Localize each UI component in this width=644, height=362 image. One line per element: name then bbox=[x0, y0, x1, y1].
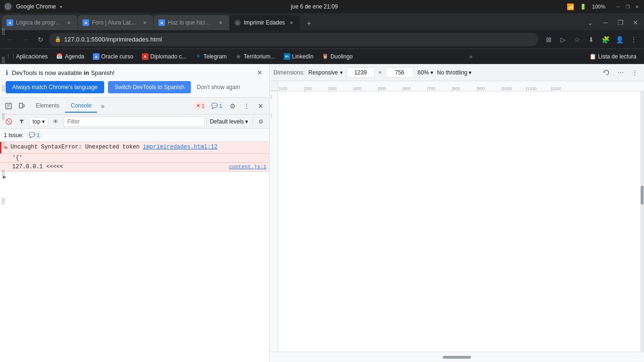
divider bbox=[253, 117, 253, 126]
console-filter-input[interactable] bbox=[63, 116, 205, 127]
minimize-chrome-button[interactable]: ─ bbox=[599, 16, 612, 29]
zoom-selector[interactable]: 60% ▾ bbox=[418, 69, 433, 76]
restore-chrome-button[interactable]: ❐ bbox=[614, 16, 627, 29]
bookmarks-more-button[interactable]: » bbox=[467, 51, 476, 62]
error-icon: ✕ bbox=[196, 103, 200, 109]
ruler-container: |100 |200 |300 |400 |500 |600 |700 |800 … bbox=[278, 81, 644, 91]
cast-button[interactable]: ▷ bbox=[556, 33, 570, 46]
new-tab-button[interactable]: + bbox=[302, 17, 315, 30]
close-chrome-button[interactable]: ✕ bbox=[629, 16, 642, 29]
eye-icon[interactable]: 👁 bbox=[50, 116, 61, 127]
tab-close-3[interactable]: ✕ bbox=[217, 19, 224, 26]
bookmark-agenda[interactable]: 📅 Agenda bbox=[52, 51, 88, 62]
devtools-toolbar-right: ✕ 1 💬 1 ⚙ ⋮ ✕ bbox=[193, 99, 267, 113]
bookmark-duolingo[interactable]: 🦉 Duolingo bbox=[318, 51, 356, 62]
error-badge[interactable]: ✕ 1 bbox=[193, 102, 207, 110]
width-input[interactable] bbox=[347, 67, 375, 78]
network-icon: 📶 bbox=[567, 3, 574, 10]
agenda-icon: 📅 bbox=[56, 53, 63, 60]
main-layout: ℹ DevTools is now available in Spanish! … bbox=[0, 64, 644, 362]
devtools-settings-button[interactable]: ⚙ bbox=[226, 99, 239, 113]
match-language-button[interactable]: Always match Chrome's language bbox=[6, 81, 104, 93]
tab-close-4[interactable]: ✕ bbox=[288, 19, 295, 26]
default-levels-dropdown-icon: ▾ bbox=[245, 118, 248, 125]
issues-bar: 1 Issue: 💬 1 bbox=[0, 129, 269, 142]
devtools-tabs: Elements Console » bbox=[30, 99, 193, 113]
bookmark-oracle[interactable]: a Oracle curso bbox=[89, 51, 137, 62]
scrollbar-thumb-horizontal[interactable] bbox=[443, 356, 471, 359]
tab-close-2[interactable]: ✕ bbox=[141, 19, 149, 26]
forward-button[interactable]: → bbox=[19, 33, 32, 46]
throttle-label: No throttling bbox=[437, 69, 468, 76]
device-selector[interactable]: Responsive ▾ bbox=[308, 69, 343, 76]
tab-title-2: Foro | Alura Latam - C... bbox=[92, 19, 138, 26]
vertical-scrollbar[interactable] bbox=[640, 91, 644, 352]
title-bar-left: Google Chrome ▾ bbox=[4, 2, 62, 11]
error-location-link[interactable]: content.js:1 bbox=[229, 164, 266, 170]
reload-button[interactable]: ↻ bbox=[34, 33, 47, 46]
menu-button[interactable]: ⋮ bbox=[627, 33, 640, 46]
bookmark-diplomado[interactable]: A Diplomado c... bbox=[138, 51, 190, 62]
window-controls: ─ ❐ ✕ bbox=[615, 3, 640, 10]
notification-text: DevTools is now available in Spanish! bbox=[12, 69, 252, 76]
close-notification-button[interactable]: ✕ bbox=[256, 68, 264, 77]
console-settings-button[interactable]: ⚙ bbox=[255, 116, 266, 127]
tab-imprimir[interactable]: ⊙ Imprimir Edades ✕ bbox=[230, 15, 300, 30]
issues-badge[interactable]: 💬 1 bbox=[26, 132, 42, 139]
tab-elements[interactable]: Elements bbox=[30, 99, 65, 113]
console-filter-toggle[interactable] bbox=[16, 116, 27, 127]
height-input[interactable] bbox=[386, 67, 414, 78]
avatar-button[interactable]: 👤 bbox=[613, 33, 626, 46]
back-button[interactable]: ← bbox=[4, 33, 17, 46]
tab-logica[interactable]: a Lógica de programació... ✕ bbox=[2, 15, 77, 30]
issues-text: 1 Issue: bbox=[4, 132, 24, 139]
bookmark-linkedin-label: LinkedIn bbox=[292, 53, 314, 60]
console-toolbar: 🚫 top ▾ 👁 Default levels ▾ ⚙ bbox=[0, 115, 269, 129]
dont-show-button[interactable]: Don't show again bbox=[197, 84, 240, 90]
horizontal-scrollbar-area[interactable] bbox=[270, 352, 644, 362]
info-icon: ℹ bbox=[6, 69, 8, 76]
bookmark-linkedin[interactable]: in LinkedIn bbox=[280, 51, 317, 62]
apps-icon: ⋮⋮ bbox=[8, 53, 14, 60]
tab-more-button[interactable]: » bbox=[97, 99, 108, 113]
url-display: 127.0.0.1:5500/imprimiredades.html bbox=[64, 36, 533, 43]
devtools-more-button[interactable]: ⋮ bbox=[240, 99, 253, 113]
rotate-button[interactable] bbox=[601, 67, 612, 78]
translate-button[interactable]: ⊠ bbox=[542, 33, 555, 46]
download-button[interactable]: ⬇ bbox=[585, 33, 598, 46]
inspect-element-button[interactable] bbox=[2, 99, 15, 113]
close-button[interactable]: ✕ bbox=[634, 3, 640, 10]
title-bar: Google Chrome ▾ jue 6 de ene 21:09 📶 🔋 1… bbox=[0, 0, 644, 13]
viewport-panel: Dimensions: Responsive ▾ × 60% ▾ No thro… bbox=[270, 64, 644, 362]
tab-haz[interactable]: a Haz lo que hicimos en... ✕ bbox=[154, 15, 229, 30]
default-levels-selector[interactable]: Default levels ▾ bbox=[206, 117, 251, 126]
datetime: jue 6 de ene 21:09 bbox=[291, 3, 338, 10]
tab-close-1[interactable]: ✕ bbox=[65, 19, 73, 26]
error-link[interactable]: imprimiredades.html:12 bbox=[143, 144, 217, 150]
address-bar[interactable]: 🔒 127.0.0.1:5500/imprimiredades.html bbox=[49, 33, 538, 46]
console-error-row: ⊗ Uncaught SyntaxError: Unexpected token… bbox=[0, 142, 269, 154]
console-prompt-row[interactable]: ▶ bbox=[0, 172, 269, 182]
device-mode-button[interactable] bbox=[15, 99, 28, 113]
more-options-button[interactable]: ⋮ bbox=[629, 67, 640, 78]
minimize-button[interactable]: ─ bbox=[615, 3, 621, 10]
error-count: 1 bbox=[202, 103, 205, 109]
reading-list-button[interactable]: 📋 Lista de lectura bbox=[586, 51, 640, 62]
context-selector[interactable]: top ▾ bbox=[29, 117, 48, 126]
bookmark-button[interactable]: ☆ bbox=[570, 33, 584, 46]
tab-foro[interactable]: a Foro | Alura Latam - C... ✕ bbox=[78, 15, 153, 30]
tab-console[interactable]: Console bbox=[65, 99, 97, 113]
restore-button[interactable]: ❐ bbox=[624, 3, 631, 10]
switch-spanish-button[interactable]: Switch DevTools to Spanish bbox=[108, 81, 191, 93]
bookmark-territorium[interactable]: ◉ Territorium... bbox=[231, 51, 279, 62]
bookmark-telegram[interactable]: ✈ Telegram bbox=[191, 51, 230, 62]
tab-favicon-2: a bbox=[83, 19, 89, 26]
info-badge[interactable]: 💬 1 bbox=[208, 102, 225, 110]
devtools-close-button[interactable]: ✕ bbox=[254, 99, 267, 113]
extensions-button[interactable]: 🧩 bbox=[599, 33, 612, 46]
tab-list-button[interactable]: ⌄ bbox=[584, 16, 597, 29]
info-badge-icon: 💬 bbox=[211, 103, 218, 109]
throttle-selector[interactable]: No throttling ▾ bbox=[437, 69, 472, 76]
scrollbar-thumb-vertical[interactable] bbox=[641, 186, 644, 205]
bookmark-apps[interactable]: ⋮⋮ Aplicaciones bbox=[4, 51, 51, 62]
